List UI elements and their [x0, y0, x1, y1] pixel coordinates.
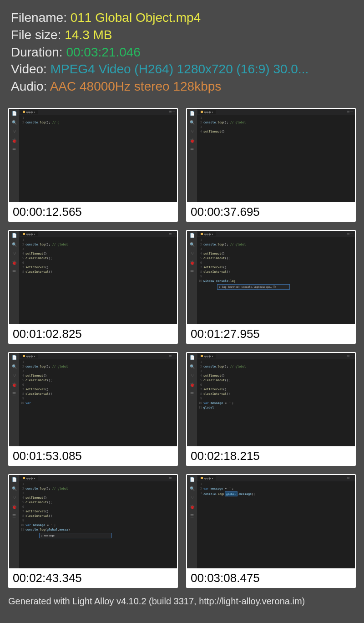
editor-sidebar: 📄🔍⑂🐞☰	[187, 231, 197, 324]
sidebar-icon: ☰	[189, 147, 195, 153]
code-body: console.log(); // globalsetTimeout()clea…	[203, 359, 355, 446]
code-line: global	[203, 406, 355, 410]
code-line: console.log(); // global	[25, 243, 177, 247]
code-line: console.log(global.message);	[203, 491, 355, 496]
video-frame: 📄🔍⑂🐞☰app.js •⊞ ⋯12345678console.log(); /…	[9, 231, 177, 324]
video-frame: 📄🔍⑂🐞☰app.js •⊞ ⋯12console.log(); // g	[9, 109, 177, 202]
editor-area: app.js •⊞ ⋯1234console.log(); // globals…	[197, 109, 355, 202]
code-line	[203, 247, 355, 252]
code-body: console.log(); // globalsetTimeout()clea…	[25, 359, 177, 446]
duration-row: Duration: 00:03:21.046	[11, 44, 353, 61]
sidebar-icon: 🐞	[11, 504, 17, 510]
line-gutter: 123	[197, 481, 203, 568]
sidebar-icon: ⑂	[11, 129, 17, 134]
tab-modified-icon: •	[34, 111, 35, 113]
sidebar-icon: ☰	[11, 513, 17, 519]
code-line: setInterval()	[25, 510, 177, 514]
js-file-icon	[201, 111, 203, 113]
editor-area: app.js •⊞ ⋯1234567891011console.log(); /…	[197, 353, 355, 446]
file-tab: app.js •	[198, 476, 216, 480]
code-line	[25, 505, 177, 510]
editor-actions-icon: ⊞ ⋯	[347, 232, 353, 235]
sidebar-icon: 🐞	[189, 504, 195, 510]
code-body: var message = '';console.log(global.mess…	[203, 481, 355, 568]
thumbnail-timestamp: 00:02:18.215	[187, 446, 355, 465]
sidebar-icon: ☰	[11, 269, 17, 275]
code-line: var	[25, 401, 177, 406]
js-file-icon	[23, 111, 25, 113]
sidebar-icon: 📄	[189, 233, 195, 238]
duration-label: Duration:	[11, 45, 66, 59]
line-gutter: 12	[19, 115, 25, 202]
code-line	[25, 360, 177, 365]
js-file-icon	[201, 477, 203, 479]
thumbnail: 📄🔍⑂🐞☰app.js •⊞ ⋯12345678910console.log()…	[8, 352, 178, 466]
file-tab: app.js •	[20, 110, 38, 114]
tab-label: app.js	[204, 111, 211, 113]
sidebar-icon: 📄	[189, 477, 195, 482]
tab-bar: app.js •	[19, 475, 177, 481]
js-file-icon	[23, 477, 25, 479]
tab-modified-icon: •	[212, 477, 213, 480]
sidebar-icon: 🔍	[189, 364, 195, 369]
filename-value: 011 Global Object.mp4	[71, 10, 201, 25]
tab-bar: app.js •	[19, 353, 177, 359]
code-line: var message = '';	[25, 523, 177, 528]
code-area: 12345678910console.log(); // globalsetTi…	[197, 237, 355, 324]
tab-bar: app.js •	[197, 109, 355, 115]
tab-bar: app.js •	[197, 475, 355, 481]
code-line	[203, 116, 355, 121]
sidebar-icon: ⑂	[189, 373, 195, 378]
file-tab: app.js •	[20, 232, 38, 236]
sidebar-icon: 🔍	[11, 486, 17, 491]
filesize-value: 14.3 MB	[65, 28, 112, 42]
code-line: var message = '';	[203, 401, 355, 406]
editor-sidebar: 📄🔍⑂🐞☰	[9, 109, 19, 202]
code-line: clearTimeout();	[25, 256, 177, 261]
thumbnail: 📄🔍⑂🐞☰app.js •⊞ ⋯12345678910console.log()…	[186, 230, 356, 344]
code-line: clearTimeout();	[25, 500, 177, 505]
editor-area: app.js •⊞ ⋯1234567891011console.log(); /…	[19, 475, 177, 568]
editor-actions-icon: ⊞ ⋯	[169, 232, 175, 235]
code-line: window.console.log	[203, 279, 355, 284]
code-line	[203, 261, 355, 266]
sidebar-icon: 📄	[189, 355, 195, 360]
tab-label: app.js	[26, 477, 33, 480]
editor-area: app.js •⊞ ⋯123var message = '';console.l…	[197, 475, 355, 568]
file-tab: app.js •	[198, 232, 216, 236]
tab-label: app.js	[26, 111, 33, 113]
duration-value: 00:03:21.046	[66, 45, 141, 59]
video-value: MPEG4 Video (H264) 1280x720 (16:9) 30.0.…	[51, 62, 309, 76]
editor-actions-icon: ⊞ ⋯	[169, 354, 175, 357]
code-line: clearTimeout();	[203, 256, 355, 261]
code-line: clearInterval()	[203, 270, 355, 275]
code-line: console.log(global.messa)	[25, 528, 177, 532]
editor-sidebar: 📄🔍⑂🐞☰	[9, 353, 19, 446]
filename-row: Filename: 011 Global Object.mp4	[11, 9, 353, 26]
filename-label: Filename:	[11, 10, 71, 25]
tab-label: app.js	[26, 355, 33, 357]
js-file-icon	[201, 355, 203, 357]
code-line: setInterval()	[25, 388, 177, 392]
tab-bar: app.js •	[19, 231, 177, 237]
video-label: Video:	[11, 62, 51, 76]
intellisense-popup: ⊙ log (method) Console.log(message… ⓘ	[217, 284, 290, 290]
tab-modified-icon: •	[212, 233, 213, 235]
video-row: Video: MPEG4 Video (H264) 1280x720 (16:9…	[11, 61, 353, 78]
tab-bar: app.js •	[197, 353, 355, 359]
intellisense-popup: ▫ message	[39, 533, 112, 538]
sidebar-icon: 🐞	[189, 138, 195, 143]
code-line: console.log(); // global	[25, 365, 177, 369]
line-gutter: 12345678910	[197, 237, 203, 324]
thumbnail-timestamp: 00:01:53.085	[9, 446, 177, 465]
code-area: 12345678910console.log(); // globalsetTi…	[19, 359, 177, 446]
thumbnail: 📄🔍⑂🐞☰app.js •⊞ ⋯1234567891011console.log…	[8, 474, 178, 588]
js-file-icon	[201, 233, 203, 235]
code-line	[25, 519, 177, 523]
code-line	[25, 261, 177, 266]
sidebar-icon: ☰	[189, 513, 195, 519]
code-line	[203, 369, 355, 374]
code-body: console.log(); // globalsetTimeout()clea…	[25, 237, 177, 324]
tab-label: app.js	[204, 233, 211, 235]
tab-modified-icon: •	[212, 355, 213, 357]
